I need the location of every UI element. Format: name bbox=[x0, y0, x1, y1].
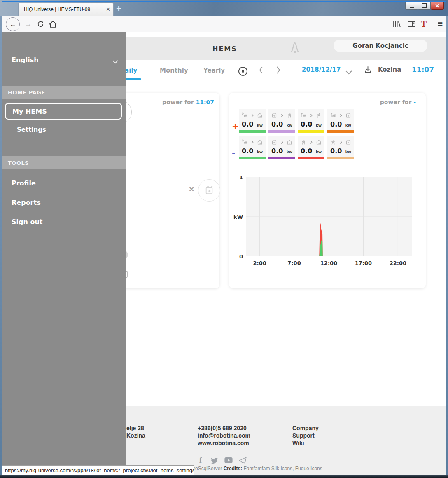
chevron-right-icon bbox=[251, 139, 254, 145]
toolbar-divider bbox=[432, 19, 432, 29]
x-tick-label: 17:00 bbox=[353, 260, 373, 266]
minimize-icon bbox=[410, 7, 414, 8]
window-frame bbox=[0, 475, 448, 478]
power-tile[interactable]: 0.0kw bbox=[268, 136, 295, 159]
download-icon bbox=[364, 65, 372, 74]
library-button[interactable] bbox=[390, 16, 403, 32]
date-picker[interactable]: 2018/12/17 bbox=[302, 66, 341, 73]
sidebar-item-my-hems[interactable]: My HEMS bbox=[5, 103, 122, 120]
menu-button[interactable]: ≡ bbox=[434, 16, 446, 32]
tab-yearly[interactable]: Yearly bbox=[203, 67, 225, 74]
window-minimize-button[interactable] bbox=[405, 2, 418, 10]
power-tile[interactable]: 0.0kw bbox=[298, 109, 324, 133]
solar-icon bbox=[241, 112, 248, 119]
library-icon bbox=[393, 21, 401, 28]
tile-color-bar bbox=[298, 157, 324, 159]
facebook-icon[interactable]: f bbox=[196, 457, 205, 464]
sidebar-toggle-button[interactable] bbox=[405, 16, 418, 32]
download-button[interactable] bbox=[364, 65, 372, 75]
extension-button[interactable]: T bbox=[418, 16, 429, 32]
current-time: 11:07 bbox=[412, 66, 434, 74]
power-tile[interactable]: 0.0kw bbox=[239, 136, 266, 159]
power-tile[interactable]: 0.0kw bbox=[327, 136, 354, 159]
left-card-caption: power for 11:07 bbox=[152, 99, 214, 105]
power-tile[interactable]: 0.0kw bbox=[239, 109, 266, 133]
sidebar-item-settings[interactable]: Settings bbox=[17, 126, 46, 134]
house-icon bbox=[315, 139, 322, 145]
battery-icon bbox=[271, 112, 278, 119]
sidebar-item-profile[interactable]: Profile bbox=[12, 179, 36, 187]
sidebar-item-sign-out[interactable]: Sign out bbox=[12, 218, 42, 226]
sidebar-item-reports[interactable]: Reports bbox=[12, 199, 41, 206]
target-dot-icon bbox=[242, 70, 244, 73]
window-close-button[interactable]: ✕ bbox=[431, 2, 444, 10]
today-target-button[interactable] bbox=[238, 67, 247, 76]
tile-color-bar bbox=[327, 130, 354, 133]
remove-device-icon[interactable]: × bbox=[189, 184, 194, 194]
power-chart bbox=[246, 177, 412, 256]
tab-title: HIQ Universe | HEMS-FTU-09 bbox=[24, 7, 106, 12]
tile-value: 0.0kw bbox=[327, 119, 354, 128]
tab-monthly[interactable]: Monthly bbox=[160, 67, 188, 74]
footer-address-line: Kozina bbox=[126, 432, 145, 439]
footer-link-company[interactable]: Company bbox=[292, 425, 319, 431]
chevron-right-icon bbox=[276, 66, 281, 74]
close-icon: ✕ bbox=[435, 3, 440, 9]
footer-link-support[interactable]: Support bbox=[292, 432, 315, 439]
footer-website-link[interactable]: www.robotina.com bbox=[198, 440, 249, 446]
window-titlebar: HIQ Universe | HEMS-FTU-09 × + ✕ bbox=[0, 0, 448, 16]
sidebar-section-tools: TOOLS bbox=[2, 156, 126, 169]
tile-value: 0.0kw bbox=[298, 146, 324, 155]
add-device-button[interactable] bbox=[198, 179, 220, 202]
user-menu-button[interactable]: Goran Kocjancic bbox=[334, 40, 427, 52]
next-day-button[interactable] bbox=[276, 66, 281, 76]
chart-canvas bbox=[246, 177, 412, 256]
home-icon bbox=[49, 21, 57, 28]
grid-icon bbox=[315, 112, 322, 119]
tile-value: 0.0kw bbox=[327, 146, 354, 155]
chevron-right-icon bbox=[310, 112, 313, 118]
tab-close-icon[interactable]: × bbox=[106, 6, 110, 13]
chevron-down-icon[interactable] bbox=[345, 68, 352, 76]
left-card-time: 11:07 bbox=[196, 99, 214, 105]
browser-tab[interactable]: HIQ Universe | HEMS-FTU-09 × bbox=[18, 3, 114, 16]
power-tile[interactable]: 0.0kw bbox=[298, 136, 324, 159]
x-tick-label: 2:00 bbox=[250, 260, 270, 266]
battery-icon bbox=[345, 112, 352, 119]
footer-link-wiki[interactable]: Wiki bbox=[292, 440, 304, 446]
new-tab-button[interactable]: + bbox=[116, 3, 121, 14]
twitter-icon[interactable] bbox=[210, 457, 219, 464]
reload-button[interactable] bbox=[35, 16, 46, 32]
language-selector[interactable]: English bbox=[12, 56, 39, 64]
status-url-tooltip: https://my.hiq-universe.com/rs/pp/918/io… bbox=[2, 465, 194, 475]
tile-value: 0.0kw bbox=[239, 146, 266, 155]
active-window-accent bbox=[2, 1, 446, 2]
footer-email-link[interactable]: info@robotina.com bbox=[198, 432, 250, 439]
forward-button[interactable]: → bbox=[22, 16, 34, 32]
power-tile[interactable]: 0.0kw bbox=[327, 109, 354, 133]
power-tile[interactable]: 0.0kw bbox=[268, 109, 295, 133]
home-button[interactable] bbox=[47, 16, 58, 32]
telegram-icon[interactable] bbox=[238, 457, 247, 464]
y-tick-label: 0 bbox=[227, 253, 243, 260]
window-maximize-button[interactable] bbox=[418, 2, 431, 10]
window-frame bbox=[446, 16, 448, 475]
back-button[interactable]: ← bbox=[6, 17, 20, 31]
minus-sign: - bbox=[232, 148, 235, 158]
grid-icon bbox=[300, 139, 307, 145]
y-tick-label: 1 bbox=[227, 174, 243, 180]
maximize-icon bbox=[422, 3, 427, 8]
footer-address-line: elje 38 bbox=[126, 425, 144, 431]
footer-phone: +386(0)5 689 2020 bbox=[198, 425, 247, 431]
youtube-icon[interactable] bbox=[224, 457, 233, 464]
x-tick-label: 7:00 bbox=[284, 260, 305, 266]
right-card-caption: power for - bbox=[354, 99, 416, 105]
window-frame bbox=[0, 16, 2, 475]
chevron-down-icon[interactable] bbox=[112, 58, 119, 66]
credits-line: roScgiServer Credits: Famfamfam Silk Ico… bbox=[194, 466, 322, 471]
right-card-time: - bbox=[413, 99, 416, 105]
x-tick-label: 12:00 bbox=[319, 260, 339, 266]
tile-color-bar bbox=[239, 157, 266, 159]
prev-day-button[interactable] bbox=[259, 66, 264, 76]
tile-color-bar bbox=[239, 130, 266, 133]
